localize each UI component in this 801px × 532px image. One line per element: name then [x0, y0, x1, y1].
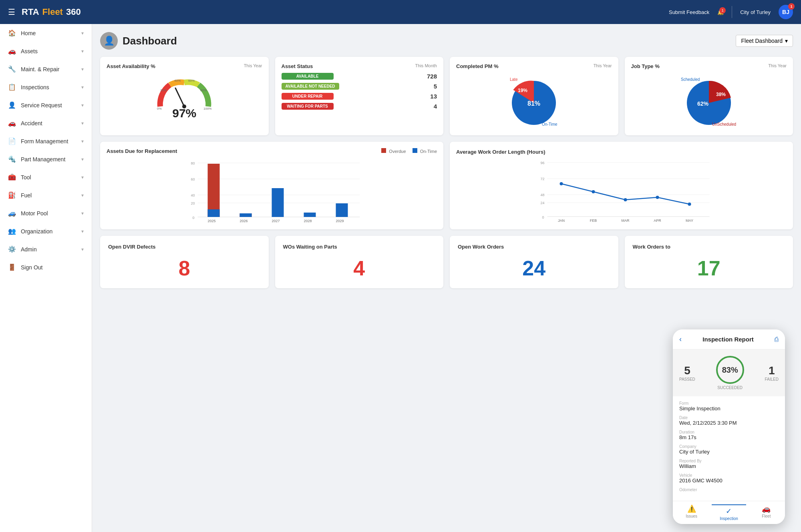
svg-text:80%: 80% [200, 88, 207, 92]
badge-available: AVAILABLE [282, 73, 334, 80]
sidebar-item-fuel[interactable]: ⛽ Fuel ▾ [0, 186, 92, 204]
tool-icon: 🧰 [8, 173, 16, 181]
jobtype-title: Job Type % [631, 63, 660, 69]
line-dot-apr [656, 196, 659, 199]
svg-text:80: 80 [191, 161, 195, 165]
city-name: City of Turley [740, 9, 771, 15]
line-chart-container: 96 72 48 24 0 [456, 159, 787, 223]
wo-to-label: Work Orders to [633, 244, 785, 250]
avg-work-order-card: Average Work Order Length (Hours) 96 72 … [450, 142, 793, 229]
bar-chart-svg: 80 60 40 20 0 [107, 159, 437, 223]
svg-text:2026: 2026 [239, 219, 248, 223]
ontime-dot-icon [413, 148, 417, 153]
assets-icon: 🚗 [8, 47, 16, 55]
nav-divider [732, 6, 732, 18]
availability-period: This Year [244, 63, 262, 68]
dashboard-dropdown[interactable]: Fleet Dashboard ▾ [736, 35, 793, 47]
svg-text:0: 0 [542, 215, 544, 219]
assets-arrow-icon: ▾ [81, 48, 84, 54]
hamburger-icon[interactable]: ☰ [8, 7, 15, 17]
dropdown-chevron-icon: ▾ [785, 38, 788, 44]
gauge-svg: 0% 20% 40% 60% 80% 100% [152, 74, 216, 110]
sidebar-label-accident: Accident [21, 120, 76, 126]
status-row-under-repair: UNDER REPAIR 13 [282, 93, 437, 100]
svg-text:MAY: MAY [686, 219, 693, 223]
bar-2027-ontime [272, 188, 284, 217]
line-dot-may [688, 203, 691, 206]
svg-text:On-Time: On-Time [542, 122, 557, 126]
bar-2025-overdue [208, 164, 220, 217]
bell-badge: 1 [719, 7, 726, 14]
svg-text:48: 48 [541, 193, 545, 197]
inspections-icon: 📋 [8, 83, 16, 91]
sidebar-item-tool[interactable]: 🧰 Tool ▾ [0, 168, 92, 186]
svg-text:20%: 20% [160, 88, 167, 92]
open-dvir-value: 8 [108, 256, 261, 280]
legend-overdue: Overdue [381, 148, 406, 154]
pm-period: This Year [594, 63, 612, 68]
sidebar-label-admin: Admin [21, 246, 76, 253]
badge-waiting-parts: WAITING FOR PARTS [282, 103, 334, 110]
svg-text:72: 72 [541, 177, 545, 181]
sidebar-item-part-management[interactable]: 🔩 Part Management ▾ [0, 150, 92, 168]
sidebar-item-sign-out[interactable]: 🚪 Sign Out [0, 258, 92, 276]
submit-feedback-button[interactable]: Submit Feedback [669, 9, 709, 15]
notifications-bell[interactable]: 🔔 1 [717, 9, 724, 15]
sidebar-item-accident[interactable]: 🚗 Accident ▾ [0, 114, 92, 132]
sidebar-item-inspections[interactable]: 📋 Inspections ▾ [0, 78, 92, 96]
bar-legend: Overdue On-Time [381, 148, 437, 154]
sidebar-label-tool: Tool [21, 174, 76, 181]
svg-text:96: 96 [541, 161, 545, 165]
home-icon: 🏠 [8, 29, 16, 37]
svg-text:2027: 2027 [272, 219, 280, 223]
svg-text:81%: 81% [527, 100, 540, 107]
svg-text:19%: 19% [518, 88, 527, 93]
svg-text:0: 0 [193, 216, 195, 220]
sidebar-label-maint: Maint. & Repair [21, 66, 76, 72]
replacement-title: Assets Due for Replacement [107, 148, 177, 154]
sidebar-item-organization[interactable]: 👥 Organization ▾ [0, 222, 92, 240]
part-arrow-icon: ▾ [81, 157, 84, 162]
sidebar-item-home[interactable]: 🏠 Home ▾ [0, 24, 92, 42]
app-name-fleet: Fleet [42, 7, 63, 17]
avatar-badge: 1 [788, 3, 795, 10]
asset-status-card: Asset Status This Month AVAILABLE 728 AV… [275, 57, 444, 135]
admin-icon: ⚙️ [8, 245, 16, 253]
sidebar-item-maint-repair[interactable]: 🔧 Maint. & Repair ▾ [0, 60, 92, 78]
svg-text:0%: 0% [157, 107, 162, 110]
svg-text:Late: Late [510, 77, 518, 82]
svg-text:JAN: JAN [558, 219, 565, 223]
dashboard-header: 👤 Dashboard Fleet Dashboard ▾ [100, 32, 793, 50]
sidebar-item-motor-pool[interactable]: 🚙 Motor Pool ▾ [0, 204, 92, 222]
pm-title: Completed PM % [456, 63, 498, 69]
svg-text:MAR: MAR [622, 219, 630, 223]
app-name-360: 360 [66, 7, 81, 17]
line-dot-mar [624, 198, 627, 201]
sidebar-item-form-management[interactable]: 📄 Form Management ▾ [0, 132, 92, 150]
wo-waiting-value: 4 [283, 256, 436, 280]
count-under-repair: 13 [430, 93, 437, 100]
jobtype-header: Job Type % This Year [631, 63, 787, 73]
svg-text:2029: 2029 [336, 219, 344, 223]
svg-text:2028: 2028 [304, 219, 312, 223]
tool-arrow-icon: ▾ [81, 175, 84, 180]
sidebar-item-assets[interactable]: 🚗 Assets ▾ [0, 42, 92, 60]
user-dashboard-avatar: 👤 [100, 32, 118, 50]
sidebar-item-service-request[interactable]: 👤 Service Request ▾ [0, 96, 92, 114]
sidebar-label-part: Part Management [21, 156, 76, 163]
jobtype-pie-svg: 62% 38% Scheduled UnScheduled [677, 73, 741, 129]
open-wo-card: Open Work Orders 24 [450, 236, 618, 288]
sidebar-label-org: Organization [21, 228, 76, 235]
user-avatar[interactable]: BJ 1 [779, 5, 793, 19]
sidebar-item-admin[interactable]: ⚙️ Admin ▾ [0, 240, 92, 258]
overdue-dot-icon [381, 148, 386, 153]
jobtype-pie-wrap: 62% 38% Scheduled UnScheduled [631, 73, 787, 129]
status-row-waiting: WAITING FOR PARTS 4 [282, 103, 437, 110]
job-type-card: Job Type % This Year 62% 38% Scheduled U… [625, 57, 793, 135]
svg-text:60: 60 [191, 177, 195, 181]
availability-header: Asset Availability % This Year [107, 63, 262, 73]
bottom-cards-row: Open DVIR Defects 8 WOs Waiting on Parts… [100, 236, 793, 288]
asset-availability-card: Asset Availability % This Year [100, 57, 269, 135]
bar-chart-container: 80 60 40 20 0 [107, 159, 437, 223]
sidebar-label-signout: Sign Out [21, 264, 84, 271]
